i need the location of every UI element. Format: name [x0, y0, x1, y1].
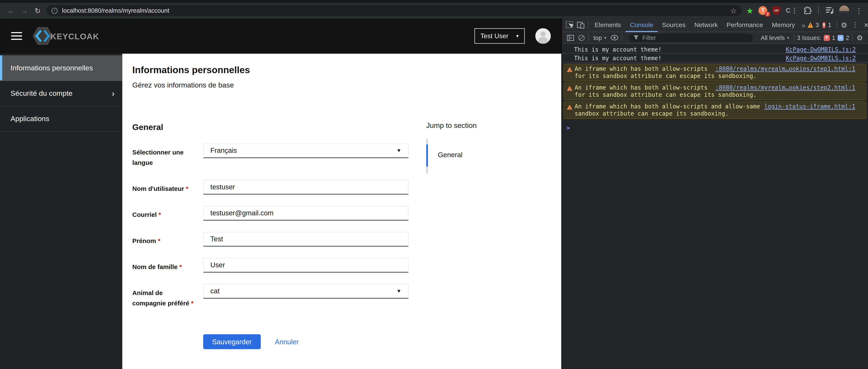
green-star-extension-icon[interactable]: ★ [746, 6, 754, 14]
username-input[interactable] [210, 183, 401, 191]
divider [589, 34, 589, 42]
error-badge-icon[interactable]: ✕ [822, 22, 826, 28]
browser-profile-avatar[interactable] [839, 5, 849, 16]
jump-track-active [426, 144, 428, 166]
divider [588, 21, 589, 29]
devtools-menu-icon[interactable]: ⋮ [849, 20, 861, 30]
select-value: cat [210, 287, 220, 295]
jump-link-general[interactable]: General [438, 151, 462, 159]
warning-message: An iframe which has both allow-scripts a… [575, 65, 711, 72]
browser-tab-strip [0, 0, 868, 3]
funnel-icon [633, 35, 639, 40]
bookmark-star-icon[interactable]: ☆ [731, 6, 737, 14]
warning-source-link[interactable]: login-status-iframe.html:1 [764, 103, 855, 110]
console-log-row: This is my account theme! KcPage-DwOMBIL… [562, 45, 868, 54]
c-extension-icon[interactable]: C⋮ [786, 6, 798, 14]
chevron-down-icon: ▼ [396, 148, 401, 153]
console-prompt[interactable]: > [562, 120, 868, 132]
field-label: Courriel * [132, 206, 198, 220]
warning-icon: ! [567, 85, 572, 92]
field-label: Animal de compagnie préféré * [132, 284, 198, 309]
cancel-link[interactable]: Annuler [275, 338, 299, 346]
field-label: Nom de famille * [132, 258, 198, 272]
warning-message-line2: for its sandbox attribute can escape its… [575, 91, 855, 98]
tab-elements[interactable]: Elements [590, 18, 625, 32]
console-filter[interactable] [629, 33, 753, 42]
warning-source-link[interactable]: :8080/realms/myrealm…ookies/step1.html:1 [715, 65, 855, 72]
tab-memory[interactable]: Memory [767, 18, 799, 32]
t-extension-icon[interactable]: T2 [758, 6, 767, 15]
warning-message: An iframe which has both allow-scripts a… [575, 84, 711, 91]
forward-icon[interactable]: → [18, 6, 31, 14]
sidebar-item-label: Sécurité du compte [10, 89, 72, 97]
email-input[interactable] [210, 209, 401, 217]
device-toolbar-icon[interactable] [575, 20, 586, 30]
firstname-input[interactable] [210, 235, 401, 243]
tab-network[interactable]: Network [690, 18, 722, 32]
pet-select[interactable]: cat ▼ [203, 284, 409, 299]
address-bar[interactable]: i localhost:8080/realms/myrealm/account … [46, 5, 742, 16]
url-text[interactable]: localhost:8080/realms/myrealm/account [62, 7, 727, 14]
chevron-down-icon: ▼ [396, 288, 401, 294]
required-asterisk: * [191, 300, 194, 306]
chevron-right-icon: › [112, 89, 115, 98]
save-button[interactable]: Sauvegarder [203, 334, 260, 349]
log-message: This is my account theme! [574, 55, 786, 61]
warning-message-line2: for its sandbox attribute can escape its… [575, 72, 855, 79]
puzzle-extensions-icon[interactable] [803, 6, 811, 14]
back-icon[interactable]: ← [4, 6, 18, 14]
sidebar-item-personal-info[interactable]: Informations personnelles [0, 55, 122, 81]
site-info-icon[interactable]: i [52, 7, 58, 13]
warning-source-link[interactable]: :8080/realms/myrealm…ookies/step2.html:1 [715, 84, 855, 91]
main-content: Informations personnelles Gérez vos info… [122, 54, 561, 369]
devtools-close-icon[interactable]: × [861, 20, 868, 30]
toolbar-divider [818, 6, 819, 14]
console-warning-row: ! An iframe which has both allow-scripts… [564, 101, 866, 119]
console-sidebar-icon[interactable] [565, 32, 576, 43]
inspect-element-icon[interactable] [564, 20, 575, 30]
user-menu-dropdown[interactable]: Test User ▾ [474, 28, 525, 44]
clear-console-icon[interactable] [576, 32, 587, 43]
required-asterisk: * [179, 263, 182, 270]
jump-to-section: Jump to section General [426, 121, 476, 129]
tab-console[interactable]: Console [625, 18, 658, 32]
reload-icon[interactable]: ↻ [31, 6, 44, 14]
lastname-field-wrap [203, 258, 409, 273]
log-source-link[interactable]: KcPage-DwOMBILS.js:2 [786, 55, 856, 61]
more-tabs-icon[interactable]: » [799, 21, 808, 29]
hamburger-menu-icon[interactable] [11, 32, 22, 40]
language-select[interactable]: Français ▼ [203, 143, 409, 158]
required-asterisk: * [158, 237, 160, 244]
tab-performance[interactable]: Performance [722, 18, 767, 32]
page-subtitle: Gérez vos informations de base [132, 81, 234, 89]
browser-menu-icon[interactable]: ⋮ [855, 6, 863, 14]
field-label: Sélectionner une langue [132, 143, 198, 168]
devtools-settings-icon[interactable]: ⚙ [839, 20, 849, 30]
firstname-field-wrap [203, 232, 409, 247]
user-avatar[interactable] [535, 28, 551, 44]
tab-sources[interactable]: Sources [658, 18, 690, 32]
playlist-icon[interactable] [825, 6, 834, 14]
page-title: Informations personnelles [132, 65, 250, 76]
sidebar-item-applications[interactable]: Applications [0, 106, 122, 132]
log-levels-dropdown[interactable]: All levels▾ [758, 34, 792, 41]
divider [622, 34, 623, 42]
ublock-shield-icon[interactable]: UO [772, 6, 781, 15]
warning-message-line2: sandbox attribute can escape its sandbox… [575, 110, 855, 117]
console-settings-icon[interactable]: ⚙ [854, 32, 865, 43]
sidebar-item-account-security[interactable]: Sécurité du compte › [0, 81, 122, 106]
sidebar: Informations personnelles Sécurité du co… [0, 54, 122, 369]
log-source-link[interactable]: KcPage-DwOMBILS.js:2 [786, 45, 856, 52]
extension-badge: 2 [765, 11, 770, 17]
extensions-area: ★ T2 UO C⋮ ⋮ [746, 5, 864, 16]
lastname-input[interactable] [210, 261, 401, 269]
filter-input[interactable] [643, 34, 749, 41]
warning-icon[interactable]: ! [808, 22, 813, 28]
issues-counter[interactable]: 3 Issues: ✕ 1 ≡ 2 [796, 34, 850, 41]
jump-title: Jump to section [426, 121, 476, 129]
live-expression-eye-icon[interactable] [609, 32, 620, 43]
required-asterisk: * [186, 185, 188, 192]
sidebar-item-label: Informations personnelles [10, 64, 93, 72]
field-label: Prénom * [132, 232, 198, 246]
context-selector[interactable]: top▾ [591, 34, 609, 41]
